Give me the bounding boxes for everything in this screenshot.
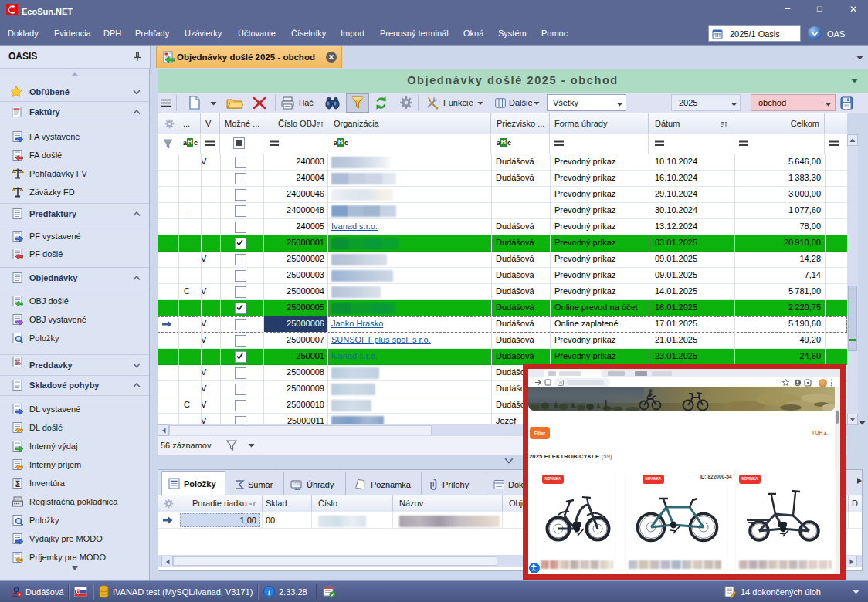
svg-text:Σ: Σ: [15, 480, 20, 489]
svg-text:%: %: [15, 359, 21, 367]
svg-text:i: i: [268, 588, 270, 597]
